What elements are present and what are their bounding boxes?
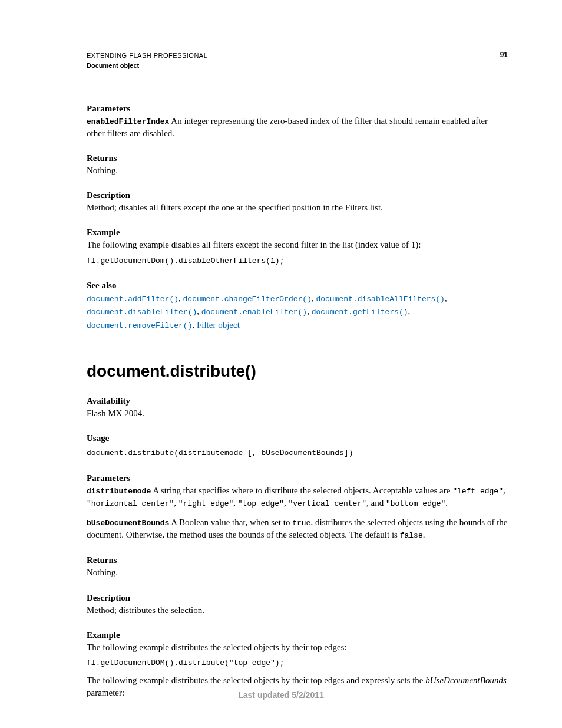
method-title: document.distribute() [87,362,508,381]
param-distributemode: distributemode A string that specifies w… [87,485,508,509]
header-title: EXTENDING FLASH PROFESSIONAL [87,51,207,61]
usage-code: document.distribute(distributemode [, bU… [87,448,508,459]
description-text-2: Method; distributes the selection. [87,604,508,616]
link-enableFilter[interactable]: document.enableFilter() [201,308,307,317]
description-heading: Description [87,190,508,200]
seealso-heading: See also [87,281,508,291]
returns-heading: Returns [87,153,508,163]
link-removeFilter[interactable]: document.removeFilter() [87,321,192,330]
link-disableFilter[interactable]: document.disableFilter() [87,308,197,317]
header-subtitle: Document object [87,61,207,71]
example-heading: Example [87,228,508,238]
param-bUseDocumentBounds: bUseDocumentBounds A Boolean value that,… [87,516,508,541]
seealso-links: document.addFilter(), document.changeFil… [87,292,508,332]
example-code: fl.getDocumentDom().disableOtherFilters(… [87,256,508,266]
parameters-heading: Parameters [87,104,508,114]
example-intro-2a: The following example distributes the se… [87,641,508,653]
parameters-heading-2: Parameters [87,473,508,483]
example-code-2a: fl.getDocumentDOM().distribute("top edge… [87,658,508,668]
description-heading-2: Description [87,593,508,603]
link-addFilter[interactable]: document.addFilter() [87,295,178,304]
page-number: 91 [494,51,508,71]
param-enabledFilterIndex: enabledFilterIndex An integer representi… [87,115,508,139]
example-intro: The following example disables all filte… [87,239,508,251]
availability-text: Flash MX 2004. [87,407,508,419]
link-getFilters[interactable]: document.getFilters() [312,308,408,317]
param-name: enabledFilterIndex [87,117,169,126]
link-changeFilterOrder[interactable]: document.changeFilterOrder() [183,295,312,304]
link-disableAllFilters[interactable]: document.disableAllFilters() [316,295,444,304]
page-header: EXTENDING FLASH PROFESSIONAL Document ob… [87,51,508,71]
returns-text-2: Nothing. [87,566,508,578]
example-heading-2: Example [87,630,508,640]
link-filter-object[interactable]: Filter object [197,320,240,330]
usage-heading: Usage [87,433,508,443]
description-text: Method; disables all filters except the … [87,202,508,213]
availability-heading: Availability [87,396,508,406]
param-name: bUseDocumentBounds [87,519,169,528]
returns-text: Nothing. [87,164,508,176]
footer-updated: Last updated 5/2/2011 [0,690,562,700]
returns-heading-2: Returns [87,555,508,565]
param-name: distributemode [87,487,151,496]
